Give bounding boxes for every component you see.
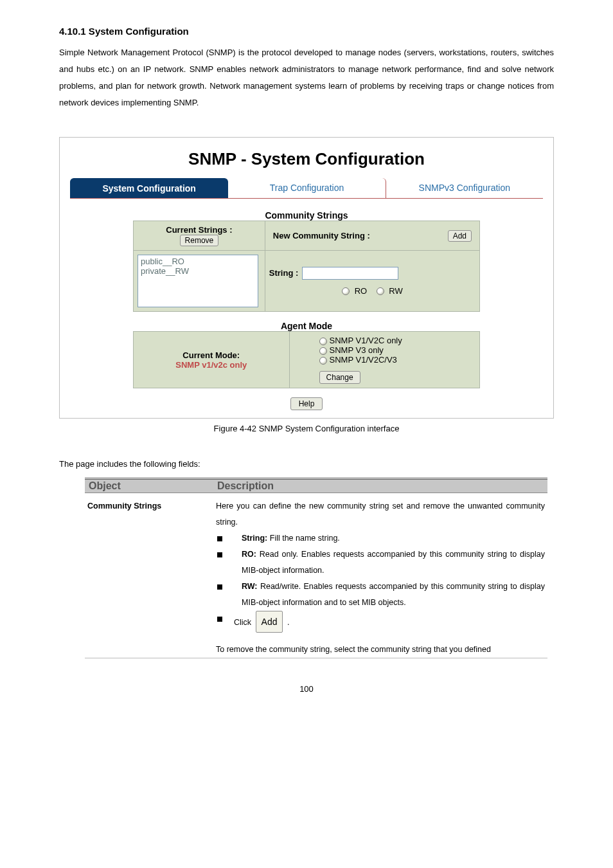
- mode-opt-1: SNMP V1/V2C only: [330, 336, 402, 345]
- tab-snmpv3-configuration[interactable]: SNMPv3 Configuration: [386, 178, 543, 198]
- desc-intro: Here you can define the new community st…: [216, 498, 545, 530]
- new-string-input[interactable]: [302, 267, 398, 280]
- mode-radio-v1v2c[interactable]: [319, 338, 327, 345]
- add-chip: Add: [256, 611, 283, 633]
- bullet-icon: [217, 536, 222, 541]
- bullet-icon: [217, 584, 222, 590]
- desc-table: Object Description Community Strings Her…: [85, 478, 547, 658]
- tab-bar: System Configuration Trap Configuration …: [70, 178, 543, 199]
- below-text: The page includes the following fields:: [59, 459, 554, 469]
- bullet-text: Read only. Enables requests accompanied …: [242, 550, 545, 575]
- click-left: Click: [234, 618, 254, 627]
- desc-header-row: Object Description: [85, 479, 547, 493]
- page-number: 100: [59, 684, 554, 694]
- rw-label: RW: [389, 286, 402, 296]
- intro-paragraph: Simple Network Management Protocol (SNMP…: [59, 44, 554, 111]
- bullet-strong: String:: [242, 534, 267, 543]
- mode-radio-all[interactable]: [319, 357, 327, 365]
- rw-radio[interactable]: [377, 287, 384, 295]
- current-mode-value: SNMP v1/v2c only: [175, 360, 247, 370]
- community-table: Current Strings : Remove New Community S…: [133, 221, 480, 312]
- desc-header-description: Description: [213, 479, 547, 493]
- tab-system-configuration[interactable]: System Configuration: [70, 178, 228, 198]
- ro-label: RO: [355, 286, 368, 296]
- agent-block: Agent Mode Current Mode: SNMP v1/v2c onl…: [133, 321, 480, 388]
- bullet-strong: RW:: [242, 582, 258, 591]
- figure-caption-prefix: Figure 4-42: [214, 424, 256, 433]
- intro-lead: Simple Network Management Protocol (SNMP…: [59, 48, 236, 57]
- string-label: String :: [269, 268, 299, 278]
- bullet-icon: [217, 617, 222, 622]
- desc-row-label: Community Strings: [85, 493, 213, 658]
- panel-title: SNMP - System Configuration: [70, 149, 543, 169]
- desc-row-content: Here you can define the new community st…: [213, 493, 547, 658]
- community-title: Community Strings: [133, 210, 480, 221]
- list-item[interactable]: public__RO: [141, 257, 255, 266]
- mode-opt-2: SNMP V3 only: [330, 345, 384, 355]
- current-strings-listbox[interactable]: public__RO private__RW: [138, 255, 258, 307]
- list-item[interactable]: private__RW: [141, 266, 255, 276]
- current-strings-label: Current Strings :: [166, 225, 232, 235]
- change-button[interactable]: Change: [319, 371, 360, 384]
- remove-button[interactable]: Remove: [180, 235, 219, 246]
- desc-remove-para: To remove the community string, select t…: [216, 642, 545, 658]
- mode-opt-3: SNMP V1/V2C/V3: [330, 355, 397, 365]
- tab-trap-configuration[interactable]: Trap Configuration: [228, 178, 386, 198]
- ro-radio[interactable]: [342, 287, 350, 295]
- add-button[interactable]: Add: [448, 230, 472, 242]
- mode-radio-v3[interactable]: [319, 347, 327, 355]
- section-heading: 4.10.1 System Configuration: [59, 26, 554, 37]
- help-button[interactable]: Help: [290, 397, 323, 410]
- snmp-panel: SNMP - System Configuration System Confi…: [59, 137, 554, 419]
- bullet-icon: [217, 552, 222, 557]
- bullet-text: Read/write. Enables requests accompanied…: [242, 582, 545, 607]
- agent-title: Agent Mode: [133, 321, 480, 331]
- agent-table: Current Mode: SNMP v1/v2c only SNMP V1/V…: [133, 331, 480, 388]
- figure-caption: Figure 4-42 SNMP System Configuration in…: [59, 424, 554, 433]
- new-community-label: New Community String :: [273, 231, 370, 240]
- bullet-strong: RO:: [242, 550, 256, 559]
- desc-header-object: Object: [85, 479, 213, 493]
- current-mode-label: Current Mode:: [182, 350, 240, 360]
- click-right: .: [287, 618, 289, 627]
- figure-caption-text: SNMP System Configuration interface: [256, 424, 399, 433]
- bullet-text: Fill the name string.: [267, 534, 340, 543]
- community-block: Community Strings Current Strings : Remo…: [133, 210, 480, 312]
